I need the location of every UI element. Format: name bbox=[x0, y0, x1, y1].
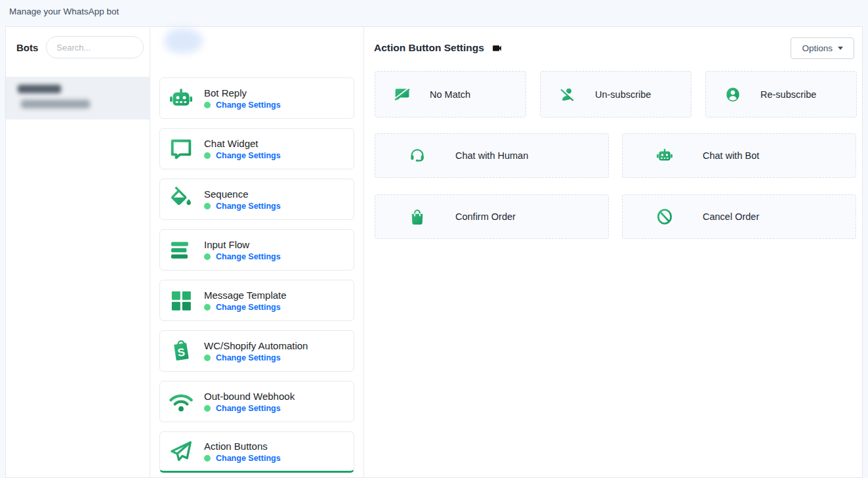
page-title: Manage your WhatsApp bot bbox=[9, 7, 119, 16]
action-card-chat-with-bot[interactable]: Chat with Bot bbox=[622, 133, 856, 178]
change-settings-link[interactable]: Change Settings bbox=[216, 151, 281, 160]
robot-icon bbox=[655, 146, 674, 165]
feature-list: Bot Reply Change Settings Chat Widget Ch… bbox=[150, 27, 363, 473]
action-label: Chat with Bot bbox=[703, 150, 759, 161]
headset-icon bbox=[408, 146, 426, 165]
redacted-avatar-blob bbox=[165, 28, 203, 53]
action-row-1: No Match Un-subscribe Re-subscribe bbox=[375, 71, 857, 118]
action-label: Re-subscribe bbox=[760, 89, 816, 100]
feature-card-wc-shopify[interactable]: S WC/Shopify Automation Change Settings bbox=[159, 330, 354, 372]
feature-card-input-flow[interactable]: Input Flow Change Settings bbox=[159, 229, 354, 271]
feature-card-bot-reply[interactable]: Bot Reply Change Settings bbox=[159, 77, 354, 119]
action-card-chat-with-human[interactable]: Chat with Human bbox=[375, 133, 609, 178]
action-card-unsubscribe[interactable]: Un-subscribe bbox=[540, 71, 692, 118]
feature-title: Out-bound Webhook bbox=[204, 391, 295, 402]
action-card-cancel-order[interactable]: Cancel Order bbox=[622, 194, 856, 239]
list-bars-icon bbox=[168, 237, 194, 263]
feature-card-message-template[interactable]: Message Template Change Settings bbox=[159, 280, 354, 321]
chat-bubble-icon bbox=[168, 136, 194, 162]
shopify-bag-icon: S bbox=[168, 338, 194, 364]
action-button-settings-panel: Action Button Settings Options No Match … bbox=[364, 27, 862, 477]
change-settings-link[interactable]: Change Settings bbox=[216, 202, 281, 211]
bots-sidebar: Bots bbox=[6, 27, 150, 477]
feature-title: Chat Widget bbox=[204, 138, 281, 149]
action-card-resubscribe[interactable]: Re-subscribe bbox=[705, 71, 857, 118]
change-settings-link[interactable]: Change Settings bbox=[216, 404, 281, 413]
feature-card-sequence[interactable]: Sequence Change Settings bbox=[159, 179, 354, 220]
change-settings-link[interactable]: Change Settings bbox=[216, 252, 281, 261]
caret-down-icon bbox=[838, 47, 843, 50]
change-settings-link[interactable]: Change Settings bbox=[216, 100, 281, 110]
status-dot bbox=[204, 203, 211, 209]
feature-title: Message Template bbox=[204, 290, 287, 301]
change-settings-link[interactable]: Change Settings bbox=[216, 353, 281, 362]
ban-icon bbox=[655, 207, 674, 226]
user-slash-icon bbox=[559, 86, 576, 103]
change-settings-link[interactable]: Change Settings bbox=[216, 303, 281, 312]
feature-title: WC/Shopify Automation bbox=[204, 340, 308, 351]
options-button[interactable]: Options bbox=[791, 37, 854, 59]
action-card-confirm-order[interactable]: Confirm Order bbox=[375, 194, 609, 239]
feature-title: Bot Reply bbox=[204, 87, 281, 98]
action-label: Cancel Order bbox=[703, 211, 759, 222]
grid-icon bbox=[168, 288, 194, 314]
features-column: Bot Reply Change Settings Chat Widget Ch… bbox=[150, 27, 364, 477]
action-row-3: Confirm Order Cancel Order bbox=[375, 194, 856, 239]
panel-title: Action Button Settings bbox=[374, 42, 484, 54]
feature-card-action-buttons[interactable]: Action Buttons Change Settings bbox=[159, 431, 354, 473]
status-dot bbox=[204, 455, 211, 462]
search-input[interactable] bbox=[46, 36, 144, 58]
paper-plane-icon bbox=[168, 439, 194, 465]
change-settings-link[interactable]: Change Settings bbox=[216, 454, 281, 463]
action-label: Confirm Order bbox=[455, 211, 516, 222]
sidebar-header: Bots bbox=[6, 27, 150, 58]
options-button-label: Options bbox=[802, 43, 833, 53]
action-row-2: Chat with Human Chat with Bot bbox=[375, 133, 856, 178]
app-panel: Bots Bot Reply Change Settings bbox=[5, 26, 863, 478]
wifi-icon bbox=[168, 389, 194, 415]
status-dot bbox=[204, 355, 211, 361]
action-label: Chat with Human bbox=[455, 150, 528, 161]
feature-card-chat-widget[interactable]: Chat Widget Change Settings bbox=[159, 128, 354, 169]
video-camera-icon[interactable] bbox=[491, 43, 503, 54]
feature-title: Input Flow bbox=[204, 239, 281, 250]
status-dot bbox=[204, 102, 211, 108]
bots-heading: Bots bbox=[16, 42, 38, 53]
feature-card-outbound-webhook[interactable]: Out-bound Webhook Change Settings bbox=[159, 381, 354, 422]
shopping-bag-icon bbox=[408, 207, 426, 226]
bot-list-item-selected[interactable] bbox=[6, 77, 150, 120]
action-label: No Match bbox=[430, 89, 470, 100]
status-dot bbox=[204, 253, 211, 260]
redacted-bot-name bbox=[18, 85, 61, 93]
feature-title: Sequence bbox=[204, 188, 281, 200]
status-dot bbox=[204, 152, 211, 159]
robot-icon bbox=[168, 85, 194, 112]
action-label: Un-subscribe bbox=[595, 89, 651, 100]
paint-bucket-icon bbox=[168, 186, 194, 213]
user-circle-icon bbox=[724, 86, 741, 103]
chat-slash-icon bbox=[394, 86, 411, 103]
redacted-bot-phone bbox=[21, 100, 90, 108]
status-dot bbox=[204, 304, 211, 311]
status-dot bbox=[204, 405, 211, 412]
feature-title: Action Buttons bbox=[204, 441, 281, 452]
action-card-no-match[interactable]: No Match bbox=[375, 71, 526, 118]
panel-header: Action Button Settings bbox=[374, 42, 503, 54]
